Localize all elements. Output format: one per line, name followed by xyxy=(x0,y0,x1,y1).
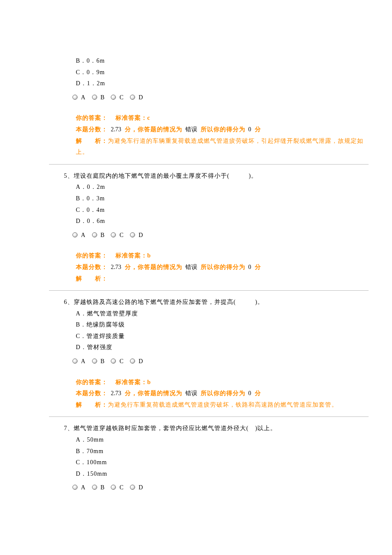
standard-answer-label: 标准答案： xyxy=(115,115,147,121)
score-unit: 分，你答题的情况为 xyxy=(125,390,182,396)
after-status-1: 所以你的得分为 xyxy=(201,126,245,133)
divider xyxy=(49,416,369,417)
status-value: 错误 xyxy=(185,126,197,133)
option-a: A．0．2m xyxy=(64,182,369,193)
after-status-2: 分 xyxy=(255,390,261,396)
analysis-label: 解 析： xyxy=(76,275,108,282)
analysis-line-q6: 解 析：为避免行车重复荷载造成燃气管道疲劳破坏，铁路和高速路的燃气管道应加套管。 xyxy=(64,399,369,411)
radio-a-label: A xyxy=(81,358,85,364)
radio-icon xyxy=(111,485,116,490)
after-status-2: 分 xyxy=(255,126,261,133)
q6-number: 6、 xyxy=(64,299,74,305)
radio-icon xyxy=(111,95,116,100)
radio-d[interactable]: D xyxy=(130,92,143,104)
radio-group-q5: A B C D xyxy=(64,227,369,242)
radio-c-label: C xyxy=(119,484,123,491)
score-unit: 分，你答题的情况为 xyxy=(125,126,182,133)
radio-d[interactable]: D xyxy=(130,356,143,367)
after-status-1: 所以你的得分为 xyxy=(201,390,245,396)
score-unit: 分，你答题的情况为 xyxy=(125,264,182,270)
score-line-q5: 本题分数： 2.73 分，你答题的情况为 错误 所以你的得分为 0 分 xyxy=(64,262,369,273)
radio-group-q6: A B C D xyxy=(64,353,369,368)
radio-c-label: C xyxy=(119,94,123,101)
standard-answer-label: 标准答案： xyxy=(115,252,147,259)
answer-line-q6: 你的答案： 标准答案：b xyxy=(64,377,369,388)
radio-icon xyxy=(92,232,97,237)
standard-answer-value: c xyxy=(147,115,150,121)
score-points: 2.73 xyxy=(111,126,121,133)
radio-d[interactable]: D xyxy=(130,482,143,494)
standard-answer-label: 标准答案： xyxy=(115,379,147,385)
question-4-partial: B．0．6m C．0．9m D．1．2m A B C D 你的答案： 标准答案：… xyxy=(64,55,369,158)
status-value: 错误 xyxy=(185,264,197,270)
score-prefix: 本题分数： xyxy=(76,264,108,270)
score-line-q6: 本题分数： 2.73 分，你答题的情况为 错误 所以你的得分为 0 分 xyxy=(64,388,369,399)
your-answer-label: 你的答案： xyxy=(76,115,108,121)
radio-a[interactable]: A xyxy=(72,92,85,104)
radio-c-label: C xyxy=(119,232,123,238)
radio-c[interactable]: C xyxy=(111,482,123,494)
radio-a-label: A xyxy=(81,232,85,238)
radio-icon xyxy=(130,485,135,490)
radio-icon xyxy=(92,95,97,100)
radio-group-q4: A B C D xyxy=(64,90,369,104)
radio-icon xyxy=(72,95,78,100)
status-value: 错误 xyxy=(185,390,197,396)
radio-d-label: D xyxy=(138,484,143,491)
radio-b[interactable]: B xyxy=(92,230,104,241)
radio-icon xyxy=(72,232,78,237)
q7-number: 7、 xyxy=(64,425,74,431)
radio-icon xyxy=(111,232,116,237)
question-5: 5、埋设在庭院内的地下燃气管道的最小覆土厚度不得小于( )。 A．0．2m B．… xyxy=(64,171,369,284)
radio-a[interactable]: A xyxy=(72,230,85,241)
score-points: 2.73 xyxy=(111,264,121,270)
option-b: B．70mm xyxy=(64,446,369,457)
radio-a-label: A xyxy=(81,484,85,491)
radio-icon xyxy=(130,95,135,100)
gained-points: 0 xyxy=(248,390,251,396)
divider xyxy=(49,290,369,291)
radio-b-label: B xyxy=(101,94,104,101)
score-prefix: 本题分数： xyxy=(76,390,108,396)
standard-answer-value: b xyxy=(147,252,151,259)
radio-icon xyxy=(92,358,97,364)
option-b: B．0．3m xyxy=(64,193,369,205)
analysis-label: 解 析： xyxy=(76,402,108,408)
radio-icon xyxy=(72,485,78,490)
option-a: A．50mm xyxy=(64,434,369,446)
radio-icon xyxy=(72,358,78,364)
radio-b[interactable]: B xyxy=(92,482,104,494)
q5-text: 埋设在庭院内的地下燃气管道的最小覆土厚度不得小于( )。 xyxy=(74,173,257,179)
analysis-text: 为避免行车重复荷载造成燃气管道疲劳破坏，铁路和高速路的燃气管道应加套管。 xyxy=(108,402,338,408)
radio-a-label: A xyxy=(81,94,85,101)
radio-a[interactable]: A xyxy=(72,482,85,494)
radio-c[interactable]: C xyxy=(111,356,123,367)
after-status-2: 分 xyxy=(255,264,261,270)
radio-d-label: D xyxy=(138,232,143,238)
option-b: B．0．6m xyxy=(64,55,369,67)
your-answer-label: 你的答案： xyxy=(76,379,108,385)
radio-b[interactable]: B xyxy=(92,356,104,367)
option-c: C．管道焊接质量 xyxy=(64,331,369,342)
radio-c[interactable]: C xyxy=(111,92,123,104)
radio-a[interactable]: A xyxy=(72,356,85,367)
answer-line-q5: 你的答案： 标准答案：b xyxy=(64,250,369,262)
radio-d-label: D xyxy=(138,358,143,364)
option-d: D．1．2m xyxy=(64,78,369,90)
q5-number: 5、 xyxy=(64,173,74,179)
option-a: A．燃气管道管壁厚度 xyxy=(64,308,369,320)
radio-icon xyxy=(111,358,116,364)
radio-d[interactable]: D xyxy=(130,230,143,241)
option-c: C．0．4m xyxy=(64,205,369,216)
radio-group-q7: A B C D xyxy=(64,480,369,494)
analysis-line-q5: 解 析： xyxy=(64,273,369,285)
question-7: 7、燃气管道穿越铁路时应加套管，套管内径应比燃气管道外径大( )以上。 A．50… xyxy=(64,423,369,494)
divider xyxy=(49,164,369,165)
radio-c[interactable]: C xyxy=(111,230,123,241)
q7-text: 燃气管道穿越铁路时应加套管，套管内径应比燃气管道外径大( )以上。 xyxy=(74,425,277,431)
radio-b[interactable]: B xyxy=(92,92,104,104)
radio-b-label: B xyxy=(101,232,104,238)
analysis-label: 解 析： xyxy=(76,138,108,144)
analysis-line-q4: 解 析：为避免车行道的车辆重复荷载造成燃气管道疲劳破坏，引起焊缝开裂或燃气泄露，… xyxy=(64,136,369,158)
question-6-stem: 6、穿越铁路及高速公路的地下燃气管道外应加套管，并提高( )。 xyxy=(64,297,369,308)
